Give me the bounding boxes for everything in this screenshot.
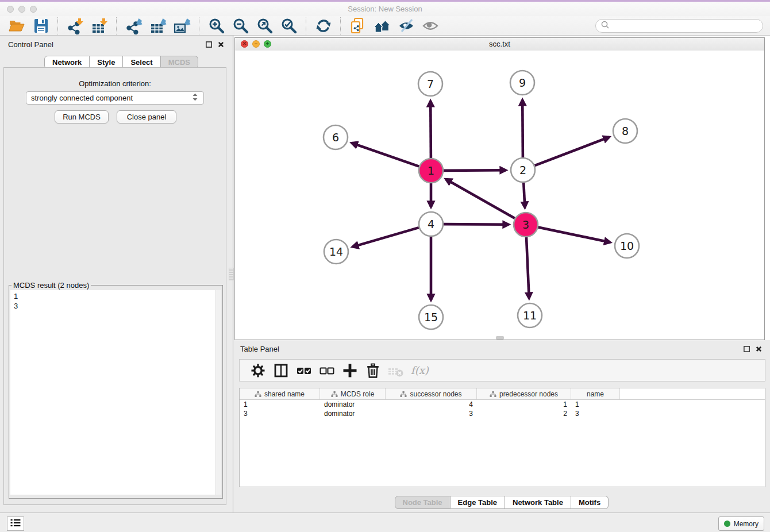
window-close-icon[interactable]: ✕ [241, 40, 248, 48]
export-image-icon[interactable] [172, 17, 192, 34]
edge-1-6[interactable] [352, 143, 419, 167]
table-row[interactable]: 3dominator323 [240, 409, 765, 418]
task-history-button[interactable] [7, 516, 24, 531]
close-panel-icon[interactable] [755, 345, 763, 355]
table-cell[interactable]: 1 [240, 400, 320, 409]
import-table-icon[interactable] [90, 17, 109, 34]
edge-3-11[interactable] [526, 237, 529, 298]
column-header-name[interactable]: name [571, 388, 620, 399]
mcds-result-line: 1 [14, 291, 218, 301]
show-all-icon[interactable] [421, 17, 440, 34]
node-3[interactable]: 3 [514, 213, 538, 237]
mcds-result-line: 3 [14, 301, 218, 311]
node-1[interactable]: 1 [419, 159, 443, 183]
search-input[interactable] [613, 21, 758, 31]
delete-icon[interactable] [363, 362, 383, 379]
network-canvas[interactable]: 7968124314101511 [235, 51, 764, 340]
edge-3-1[interactable] [446, 179, 515, 218]
zoom-in-icon[interactable] [207, 17, 226, 34]
memory-button[interactable]: Memory [718, 516, 764, 531]
node-15[interactable]: 15 [419, 305, 443, 329]
vertical-splitter-grip[interactable] [229, 268, 234, 280]
table-cell[interactable]: 1 [477, 400, 571, 409]
node-14[interactable]: 14 [324, 240, 348, 264]
node-10[interactable]: 10 [615, 234, 639, 258]
close-panel-icon[interactable] [217, 40, 225, 51]
edge-4-3[interactable] [444, 224, 509, 225]
table-tabs: Node TableEdge TableNetwork TableMotifs [395, 496, 609, 509]
table-header-row: shared nameMCDS rolesuccessor nodesprede… [240, 388, 765, 400]
table-cell[interactable]: 1 [571, 400, 620, 409]
settings-gear-icon[interactable] [248, 362, 268, 379]
float-panel-icon[interactable] [205, 40, 213, 51]
edge-4-14[interactable] [353, 228, 419, 247]
node-11[interactable]: 11 [518, 303, 542, 327]
first-neighbors-icon[interactable] [348, 17, 368, 34]
table-cell[interactable]: dominator [320, 400, 386, 409]
zoom-selected-icon[interactable] [279, 17, 299, 34]
tab-node-table[interactable]: Node Table [395, 496, 451, 509]
optimization-criterion-label: Optimization criterion: [4, 79, 226, 88]
table-cell[interactable]: 3 [240, 409, 320, 418]
search-box[interactable] [595, 19, 763, 33]
mac-close-button[interactable] [7, 6, 14, 13]
control-panel: Control Panel NetworkStyleSelectMCDS Opt… [0, 36, 233, 512]
table-row[interactable]: 1dominator411 [240, 400, 765, 409]
column-header-successor-nodes[interactable]: successor nodes [386, 388, 477, 399]
column-header-shared-name[interactable]: shared name [240, 388, 320, 399]
node-2[interactable]: 2 [511, 158, 535, 182]
deselect-all-icon[interactable] [317, 362, 337, 379]
edge-2-3[interactable] [523, 183, 525, 207]
hide-selected-icon[interactable] [396, 17, 416, 34]
float-panel-icon[interactable] [743, 345, 750, 355]
node-6[interactable]: 6 [324, 125, 348, 149]
close-panel-button[interactable]: Close panel [117, 110, 176, 124]
add-column-icon[interactable] [340, 362, 360, 379]
column-header-predecessor-nodes[interactable]: predecessor nodes [477, 388, 571, 399]
nested-network-icon[interactable] [372, 17, 392, 34]
horizontal-splitter-grip[interactable] [496, 336, 504, 340]
table-cell[interactable]: 4 [386, 400, 477, 409]
mac-minimize-button[interactable] [18, 6, 25, 13]
import-network-icon[interactable] [66, 17, 85, 34]
mcds-result-text[interactable]: 13 [10, 290, 221, 495]
tab-network-table[interactable]: Network Table [505, 496, 571, 509]
open-file-icon[interactable] [7, 17, 26, 34]
table-cell[interactable]: 3 [386, 409, 477, 418]
window-maximize-icon[interactable]: + [264, 40, 271, 48]
column-header-MCDS-role[interactable]: MCDS role [320, 388, 386, 399]
svg-text:3: 3 [522, 218, 529, 231]
edge-2-9[interactable] [522, 100, 523, 157]
svg-text:7: 7 [427, 78, 434, 90]
mcds-result-scrollbar[interactable] [215, 290, 221, 495]
edge-1-2[interactable] [444, 170, 506, 171]
optimization-criterion-dropdown[interactable]: strongly connected component [26, 91, 204, 105]
network-graph[interactable]: 7968124314101511 [235, 51, 764, 339]
tab-motifs[interactable]: Motifs [571, 496, 609, 509]
control-panel-title: Control Panel [8, 40, 53, 49]
select-all-icon[interactable] [294, 362, 314, 379]
zoom-fit-icon[interactable] [255, 17, 275, 34]
table-cell[interactable]: 2 [477, 409, 571, 418]
export-table-icon[interactable] [148, 17, 168, 34]
save-session-icon[interactable] [31, 17, 51, 34]
edge-3-10[interactable] [538, 228, 610, 242]
edge-1-7[interactable] [430, 101, 431, 158]
table-panel: Table Panel f(x) shared nameMCDS rolesuc… [234, 340, 770, 512]
node-7[interactable]: 7 [418, 72, 442, 96]
node-9[interactable]: 9 [510, 71, 534, 95]
mac-zoom-button[interactable] [30, 6, 37, 13]
toggle-panel-icon[interactable] [271, 362, 291, 379]
node-4[interactable]: 4 [419, 212, 443, 236]
table-cell[interactable]: 3 [571, 409, 620, 418]
export-network-icon[interactable] [124, 17, 144, 34]
network-window-titlebar[interactable]: ✕ − + scc.txt [235, 38, 764, 51]
window-minimize-icon[interactable]: − [252, 40, 260, 48]
refresh-layout-icon[interactable] [314, 17, 333, 34]
table-cell[interactable]: dominator [320, 409, 386, 418]
zoom-out-icon[interactable] [231, 17, 251, 34]
tab-edge-table[interactable]: Edge Table [451, 496, 505, 509]
node-8[interactable]: 8 [613, 119, 637, 143]
run-mcds-button[interactable]: Run MCDS [55, 110, 109, 124]
edge-2-8[interactable] [535, 137, 609, 165]
